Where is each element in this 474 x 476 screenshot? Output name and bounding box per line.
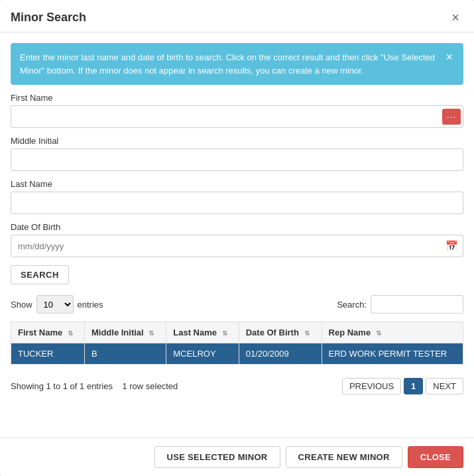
show-label: Show <box>11 300 32 310</box>
middle-initial-input[interactable] <box>11 149 463 171</box>
footer-close-button[interactable]: CLOSE <box>408 446 463 468</box>
col-middle-initial[interactable]: Middle Initial ⇅ <box>84 322 166 343</box>
create-new-minor-button[interactable]: CREATE NEW MINOR <box>286 446 402 468</box>
first-name-addon-button[interactable]: ··· <box>442 109 461 125</box>
modal-close-button[interactable]: × <box>447 9 463 25</box>
search-button-row: SEARCH <box>11 265 463 284</box>
cell-middle-initial: B <box>84 343 166 365</box>
table-row[interactable]: TUCKERBMCELROY01/20/2009ERD WORK PERMIT … <box>11 343 463 365</box>
sort-icon-first-name: ⇅ <box>68 329 73 337</box>
col-dob[interactable]: Date Of Birth ⇅ <box>239 322 322 343</box>
sort-icon-last-name: ⇅ <box>222 329 227 337</box>
info-banner-text: Enter the minor last name and date of bi… <box>20 51 444 77</box>
last-name-label: Last Name <box>11 179 463 189</box>
entries-select[interactable]: 10 25 50 100 <box>36 295 74 314</box>
first-name-label: First Name <box>11 93 463 103</box>
last-name-group: Last Name <box>11 179 463 214</box>
sort-icon-middle-initial: ⇅ <box>148 329 154 337</box>
info-banner-close-button[interactable]: × <box>444 51 454 63</box>
first-name-input[interactable] <box>11 105 463 128</box>
show-entries-control: Show 10 25 50 100 entries <box>11 295 103 314</box>
modal-header: Minor Search × <box>0 0 474 32</box>
modal-title: Minor Search <box>11 11 86 25</box>
entries-label: entries <box>78 300 103 310</box>
table-controls: Show 10 25 50 100 entries Search: <box>11 295 463 314</box>
pagination-area: Showing 1 to 1 of 1 entries 1 row select… <box>11 378 463 394</box>
sort-icon-rep-name: ⇅ <box>376 329 381 337</box>
cell-first-name: TUCKER <box>11 343 85 365</box>
col-first-name[interactable]: First Name ⇅ <box>11 322 85 343</box>
pagination-controls: PREVIOUS 1 NEXT <box>342 378 463 394</box>
dob-label: Date Of Birth <box>11 222 463 232</box>
first-name-input-wrapper: ··· <box>11 105 463 128</box>
dob-input-wrapper: 📅 <box>11 235 463 257</box>
cell-last-name: MCELROY <box>166 343 239 365</box>
middle-initial-group: Middle Initial <box>11 136 463 171</box>
table-body: TUCKERBMCELROY01/20/2009ERD WORK PERMIT … <box>11 343 463 365</box>
use-selected-minor-button[interactable]: USE SELECTED MINOR <box>154 446 280 468</box>
first-name-group: First Name ··· <box>11 93 463 128</box>
table-search-label: Search: <box>337 300 367 310</box>
cell-rep-name: ERD WORK PERMIT TESTER <box>322 343 463 365</box>
modal-footer: USE SELECTED MINOR CREATE NEW MINOR CLOS… <box>0 438 474 476</box>
next-button[interactable]: NEXT <box>426 378 463 394</box>
col-last-name[interactable]: Last Name ⇅ <box>166 322 239 343</box>
last-name-input[interactable] <box>11 192 463 214</box>
showing-text: Showing 1 to 1 of 1 entries 1 row select… <box>11 381 178 391</box>
previous-button[interactable]: PREVIOUS <box>342 378 401 394</box>
table-header-row: First Name ⇅ Middle Initial ⇅ Last Name … <box>11 322 463 343</box>
current-page: 1 <box>404 378 423 394</box>
info-banner: Enter the minor last name and date of bi… <box>11 43 463 85</box>
table-search-input[interactable] <box>371 295 463 314</box>
col-rep-name[interactable]: Rep Name ⇅ <box>322 322 463 343</box>
middle-initial-label: Middle Initial <box>11 136 463 146</box>
sort-icon-dob: ⇅ <box>304 329 310 337</box>
results-table: First Name ⇅ Middle Initial ⇅ Last Name … <box>11 322 463 365</box>
table-header: First Name ⇅ Middle Initial ⇅ Last Name … <box>11 322 463 343</box>
table-search-control: Search: <box>337 295 463 314</box>
cell-dob: 01/20/2009 <box>239 343 322 365</box>
minor-search-modal: Minor Search × Enter the minor last name… <box>0 0 474 476</box>
modal-body: Enter the minor last name and date of bi… <box>0 32 474 438</box>
search-button[interactable]: SEARCH <box>11 265 69 284</box>
dob-input[interactable] <box>11 235 463 257</box>
dob-group: Date Of Birth 📅 <box>11 222 463 257</box>
